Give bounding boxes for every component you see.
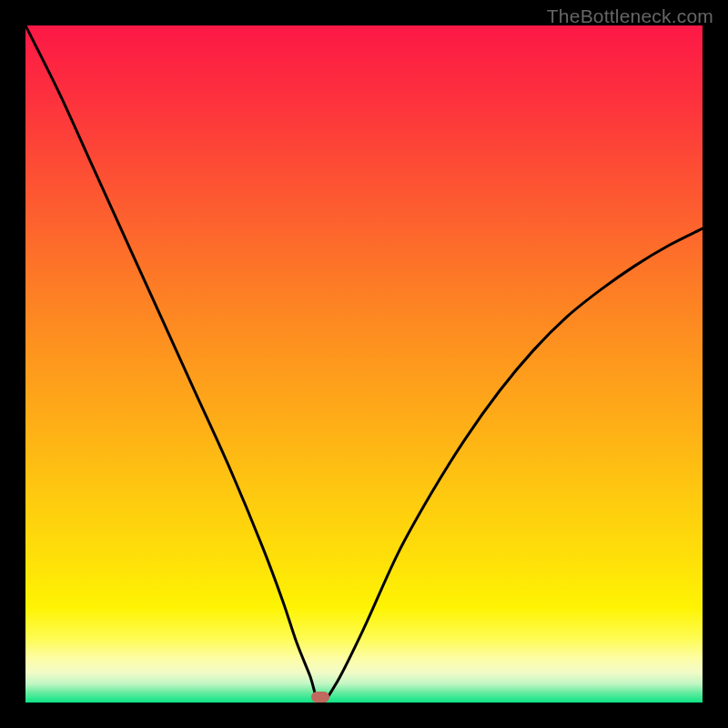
plot-area bbox=[25, 25, 703, 703]
optimal-point-marker bbox=[311, 692, 329, 703]
watermark-text: TheBottleneck.com bbox=[547, 5, 713, 27]
bottleneck-curve bbox=[25, 25, 703, 703]
chart-frame: TheBottleneck.com bbox=[0, 0, 728, 728]
